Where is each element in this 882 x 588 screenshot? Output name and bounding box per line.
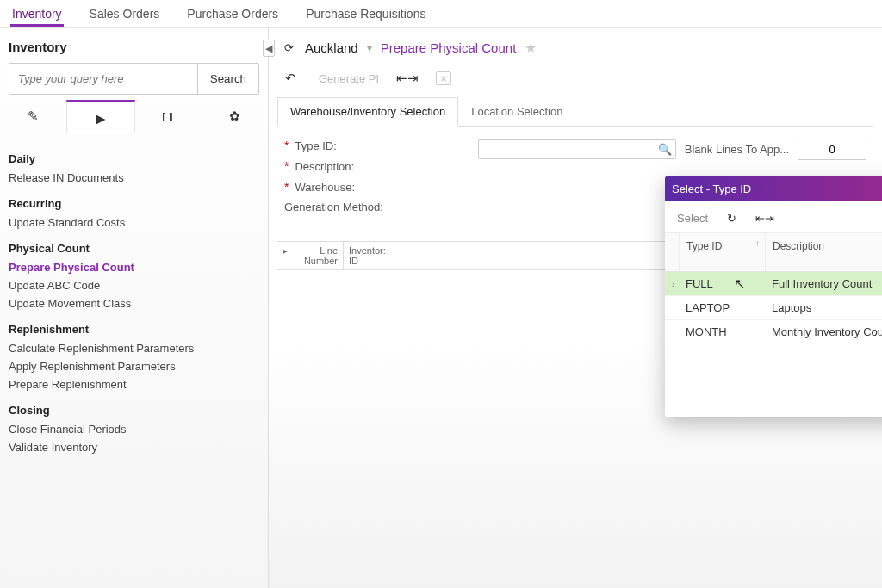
- sidebar-tabs: ✎ ▶ ⫿⫿ ✿: [0, 100, 268, 133]
- grid-col-line-number: Line Number: [295, 242, 343, 269]
- sidebar-item-prepare-replenishment[interactable]: Prepare Replenishment: [9, 375, 259, 393]
- search-input[interactable]: [9, 64, 197, 94]
- favorite-star-icon[interactable]: ★: [525, 40, 537, 56]
- col-description[interactable]: Description: [766, 233, 882, 271]
- cell-description: Laptops: [765, 298, 882, 318]
- refresh-icon[interactable]: ⟳: [281, 40, 296, 56]
- table-row[interactable]: LAPTOP Laptops By Item Class: [665, 296, 882, 320]
- sidebar-item-validate-inventory[interactable]: Validate Inventory: [9, 438, 259, 456]
- tab-location-selection[interactable]: Location Selection: [458, 97, 575, 126]
- dialog-fit-icon[interactable]: ⇤⇥: [755, 212, 774, 225]
- sidebar-tab-settings-icon[interactable]: ✿: [202, 100, 268, 133]
- sidebar-collapse-icon[interactable]: ◀: [263, 40, 275, 57]
- type-id-lookup-input[interactable]: [482, 144, 658, 156]
- nav-purchase-orders[interactable]: Purchase Orders: [185, 5, 280, 27]
- magnifier-icon[interactable]: 🔍: [658, 143, 672, 156]
- sidebar-item-calculate-replenishment[interactable]: Calculate Replenishment Parameters: [9, 339, 259, 357]
- cell-type-id: LAPTOP: [679, 298, 765, 318]
- field-generation-method: Generation Method:: [284, 201, 383, 214]
- cell-description: Monthly Inventory Count: [765, 322, 882, 342]
- dialog-select-label: Select: [677, 212, 708, 225]
- dialog-toolbar: Select ↻ ⇤⇥ 🔍: [665, 201, 882, 233]
- sidebar-item-prepare-physical-count[interactable]: Prepare Physical Count: [9, 258, 259, 276]
- sidebar-search: Search: [9, 63, 259, 95]
- sidebar-item-update-standard-costs[interactable]: Update Standard Costs: [9, 214, 259, 232]
- grid-expand-icon[interactable]: ▸: [277, 242, 295, 269]
- menu-group-recurring: Recurring: [9, 197, 259, 210]
- cell-type-id: FULL: [679, 274, 765, 294]
- search-button[interactable]: Search: [197, 64, 258, 94]
- sidebar-item-apply-replenishment[interactable]: Apply Replenishment Parameters: [9, 357, 259, 375]
- grid-col-inventory-id: Inventor: ID: [343, 242, 400, 269]
- sidebar-tab-play-icon[interactable]: ▶: [66, 100, 134, 133]
- sidebar: ◀ Inventory Search ✎ ▶ ⫿⫿ ✿ Daily Releas…: [0, 28, 269, 588]
- dialog-pager: ⎸〈 〈 〉 〉⎸: [665, 379, 882, 417]
- sidebar-item-release-in-documents[interactable]: Release IN Documents: [9, 169, 259, 187]
- menu-group-physical-count: Physical Count: [9, 242, 259, 255]
- breadcrumb-location[interactable]: Auckland: [305, 40, 358, 55]
- nav-inventory[interactable]: Inventory: [10, 5, 64, 27]
- sidebar-item-update-movement-class[interactable]: Update Movement Class: [9, 294, 259, 313]
- table-row[interactable]: › FULL Full Inventory Count Full Physica…: [665, 272, 882, 296]
- sidebar-menu: Daily Release IN Documents Recurring Upd…: [0, 133, 268, 465]
- undo-icon[interactable]: ↶: [281, 69, 300, 88]
- row-indicator-icon: ›: [665, 275, 679, 293]
- close-icon[interactable]: ✕: [436, 71, 451, 85]
- cell-description: Full Inventory Count: [765, 274, 882, 294]
- menu-group-closing: Closing: [9, 404, 259, 417]
- sidebar-item-update-abc-code[interactable]: Update ABC Code: [9, 276, 259, 294]
- field-description: *Description:: [284, 159, 383, 173]
- breadcrumb: ⟳ Auckland ▾ Prepare Physical Count ★: [269, 28, 882, 65]
- dialog-refresh-icon[interactable]: ↻: [727, 212, 736, 225]
- menu-group-replenishment: Replenishment: [9, 323, 259, 336]
- tab-warehouse-inventory[interactable]: Warehouse/Inventory Selection: [277, 97, 458, 127]
- dialog-grid-header: Type ID↑ Description Generation Method L…: [665, 233, 882, 272]
- col-type-id[interactable]: Type ID↑: [680, 233, 766, 271]
- generate-pi-button[interactable]: Generate PI: [319, 72, 379, 85]
- nav-sales-orders[interactable]: Sales Orders: [88, 5, 162, 27]
- menu-group-daily: Daily: [9, 152, 259, 165]
- blank-lines-label: Blank Lines To App...: [685, 143, 789, 156]
- top-nav: Inventory Sales Orders Purchase Orders P…: [0, 0, 882, 28]
- fit-icon[interactable]: ⇤⇥: [398, 69, 417, 88]
- field-type-id: *Type ID:: [284, 139, 383, 152]
- table-row[interactable]: MONTH Monthly Inventory Count By Cycle 0: [665, 320, 882, 344]
- main-panel: ⟳ Auckland ▾ Prepare Physical Count ★ ↶ …: [269, 28, 882, 588]
- dialog-grid-body: › FULL Full Inventory Count Full Physica…: [665, 272, 882, 344]
- detail-tabs: Warehouse/Inventory Selection Location S…: [277, 97, 873, 127]
- sidebar-title: Inventory: [9, 40, 259, 54]
- type-id-lookup[interactable]: 🔍: [478, 139, 676, 159]
- sort-asc-icon: ↑: [755, 238, 760, 248]
- sidebar-tab-chart-icon[interactable]: ⫿⫿: [135, 100, 202, 133]
- blank-lines-input[interactable]: [798, 139, 866, 160]
- dialog-title: Select - Type ID: [672, 183, 751, 195]
- nav-purchase-requisitions[interactable]: Purchase Requisitions: [304, 5, 427, 27]
- sidebar-item-close-financial-periods[interactable]: Close Financial Periods: [9, 420, 259, 438]
- cell-type-id: MONTH: [679, 322, 765, 342]
- field-warehouse: *Warehouse:: [284, 180, 383, 194]
- main-toolbar: ↶ Generate PI ⇤⇥ ✕: [269, 65, 882, 97]
- breadcrumb-screen[interactable]: Prepare Physical Count: [381, 40, 517, 55]
- chevron-icon: ▾: [367, 42, 372, 54]
- sidebar-tab-edit-icon[interactable]: ✎: [0, 100, 66, 133]
- dialog-titlebar[interactable]: Select - Type ID ☐ ✕: [665, 176, 882, 201]
- select-type-id-dialog: Select - Type ID ☐ ✕ Select ↻ ⇤⇥ 🔍 Type …: [665, 176, 882, 417]
